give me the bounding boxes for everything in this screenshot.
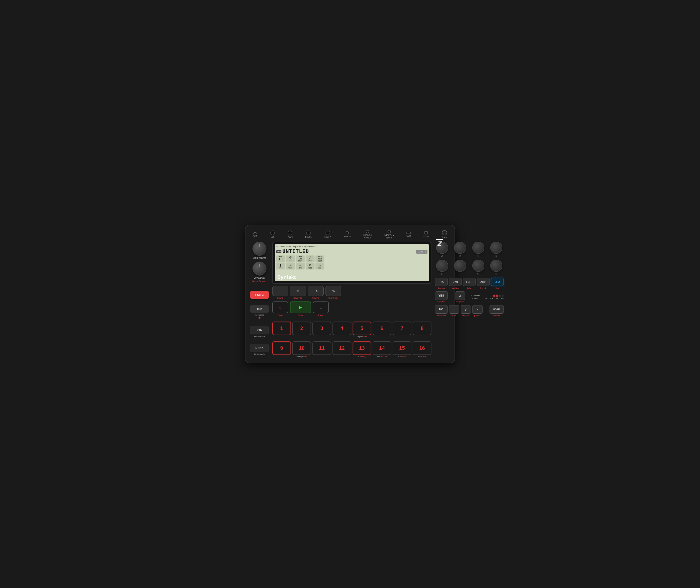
- knob-h-group: H: [490, 260, 502, 275]
- knob-d-group: D: [490, 242, 502, 257]
- tempo-label-1-4: 1:4: [485, 297, 487, 300]
- reverb-label: Reverb: [480, 287, 486, 289]
- knob-g[interactable]: [472, 260, 484, 272]
- clear-button[interactable]: ▶: [290, 302, 311, 313]
- no-button[interactable]: NO: [435, 305, 448, 314]
- step-14-group: 14: [373, 342, 391, 355]
- main-volume-knob[interactable]: [252, 242, 266, 256]
- step-button-14[interactable]: 14: [373, 342, 391, 355]
- rtrg-oct-minus-label: Rtrg/Oct-: [462, 315, 469, 317]
- midi-out-sync-a-label: MIDI OutSync A: [363, 234, 372, 239]
- level-data-knob[interactable]: [252, 261, 266, 275]
- syntakt-device: 🎧 Left Right Input L Input R MIDI In MID…: [245, 225, 455, 363]
- step-row-1: 1 2 3 4: [272, 322, 431, 335]
- main-volume-group: Main Volume: [252, 242, 266, 259]
- mixer-label: Mixer: [495, 287, 500, 289]
- fltr-button[interactable]: FLTR: [463, 277, 476, 286]
- trig-button[interactable]: TRIG: [435, 277, 448, 286]
- left-label: Left: [271, 236, 274, 238]
- midi-in-connector: MIDI In: [344, 231, 351, 238]
- step-button-12[interactable]: 12: [332, 342, 351, 355]
- param-dep-label: DEP: [318, 267, 322, 269]
- m3-mod-a-label: M3/Mod A: [393, 356, 411, 358]
- param-wave-label: WAVE: [289, 267, 293, 269]
- rtrg-oct-plus-button[interactable]: ∧: [455, 291, 465, 300]
- keyboard-label: Keyboard: [255, 314, 264, 316]
- copy-button[interactable]: ○: [272, 302, 288, 313]
- menu-button[interactable]: ···: [272, 286, 288, 296]
- step-button-1[interactable]: 1: [272, 322, 291, 335]
- amp-group: AMP Reverb: [477, 277, 490, 289]
- routing-button[interactable]: FX: [308, 286, 324, 296]
- step-2-group: 2: [292, 322, 311, 335]
- bank-button[interactable]: BANK: [250, 344, 269, 352]
- midi-out-port: [366, 230, 369, 233]
- param-lev-label: LEV: [279, 267, 282, 269]
- logo-z-icon: Z: [436, 239, 443, 248]
- lfo-group: LFO Mixer: [491, 277, 504, 289]
- step-button-3[interactable]: 3: [312, 322, 331, 335]
- step-1-dots: :.........: [272, 336, 291, 338]
- step-button-5[interactable]: 5: [353, 322, 371, 335]
- step-button-13[interactable]: 13: [353, 342, 371, 355]
- save-proj-button[interactable]: ⚙: [290, 286, 306, 296]
- step-button-7[interactable]: 7: [393, 322, 411, 335]
- step-15-group: 15: [393, 342, 411, 355]
- usb-connector: USB: [406, 232, 411, 237]
- dc-in-label: DC In: [423, 235, 429, 238]
- analog-mute-label: Analog/Mute: [292, 356, 311, 358]
- display-bank: A09: [276, 250, 281, 253]
- step-button-8[interactable]: 8: [413, 322, 431, 335]
- display-param-mode: ⊓ MODE: [306, 263, 315, 269]
- syn-button[interactable]: SYN: [449, 277, 462, 286]
- ptn-button[interactable]: PTN: [250, 326, 269, 335]
- utime-minus-button[interactable]: ‹: [449, 305, 459, 314]
- tap-tempo-button[interactable]: ✎: [325, 286, 341, 296]
- func-button[interactable]: FUNC: [250, 291, 269, 299]
- knob-e[interactable]: [436, 260, 448, 272]
- machine-label: Machine: [452, 287, 459, 289]
- tempo-led-3: [499, 295, 501, 297]
- input-l-label: Input L: [305, 236, 312, 238]
- step-row2-container: 9 10 11 12: [272, 341, 431, 358]
- page-button[interactable]: PAGE: [490, 305, 504, 314]
- headphone-connector: 🎧: [252, 232, 258, 237]
- delay-label: Delay: [467, 287, 472, 289]
- utime-plus-button[interactable]: ›: [472, 305, 483, 314]
- display-subtitle: 12 Track Drum Computer & Synthesizer: [276, 246, 427, 248]
- rtrg-oct-minus-button[interactable]: ∨: [461, 305, 471, 314]
- step-button-10[interactable]: 10: [292, 342, 311, 355]
- step-button-2[interactable]: 2: [292, 322, 311, 335]
- step-button-11[interactable]: 11: [312, 342, 331, 355]
- knob-b[interactable]: [454, 242, 466, 254]
- knob-c[interactable]: [472, 242, 484, 254]
- step-button-6[interactable]: 6: [373, 322, 391, 335]
- knob-b-label: B: [459, 255, 461, 257]
- step-row1-container: 1 2 3 4: [272, 321, 431, 338]
- step-4-dots: [332, 336, 351, 338]
- param-fade-icon: ╱: [309, 256, 311, 259]
- headphone-icon: 🎧: [252, 232, 258, 237]
- amp-button[interactable]: AMP: [477, 277, 490, 286]
- usb-label: USB: [406, 235, 411, 237]
- knob-h[interactable]: [490, 260, 502, 272]
- lfo-button[interactable]: LFO: [491, 277, 504, 286]
- trk-button[interactable]: TRK: [250, 305, 269, 313]
- knob-f[interactable]: [454, 260, 466, 272]
- left-port: [270, 230, 275, 235]
- param-sph-label: SPH: [299, 267, 302, 269]
- step-button-16[interactable]: 16: [413, 342, 431, 355]
- step-4-num: 4: [340, 325, 343, 332]
- step-button-4[interactable]: 4: [332, 322, 351, 335]
- paste-button[interactable]: □: [313, 302, 329, 313]
- knob-g-label: G: [477, 273, 479, 275]
- step-button-9[interactable]: 9: [272, 342, 291, 355]
- tempo-label-2-4: 2:4: [490, 297, 493, 300]
- menu-dots-icon: ···: [279, 289, 281, 292]
- knob-d[interactable]: [490, 242, 502, 254]
- step-button-15[interactable]: 15: [393, 342, 411, 355]
- yes-button[interactable]: YES: [435, 291, 448, 300]
- input-r-label: Input R: [324, 236, 331, 238]
- no-row: NO Reload Ptn ‹ μTime - ∨ Rtrg/Oct-: [435, 305, 504, 317]
- yes-row: YES Save Ptn ∧ Rtrg/Oct+ ∧ Modifier∨ Set…: [435, 291, 504, 303]
